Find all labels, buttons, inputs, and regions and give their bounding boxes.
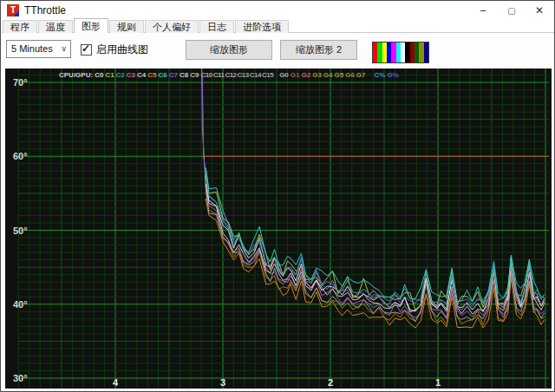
x-tick-4: 4 xyxy=(113,377,119,388)
curve-checkbox-label: 启用曲线图 xyxy=(96,42,148,57)
interval-select[interactable]: 5 Minutes ∨ xyxy=(6,40,71,58)
legend-item-C15: C15 xyxy=(262,71,273,79)
graph-area: 70°60°50°40°30°4321 CPU/GPU:C0C1C2C3C4C5… xyxy=(5,69,552,389)
color-palette xyxy=(372,42,429,63)
legend-prefix: CPU/GPU: xyxy=(59,71,93,79)
legend-item-C1: C1 xyxy=(105,71,114,79)
tab-温度[interactable]: 温度 xyxy=(38,20,73,33)
zoom-graph-button[interactable]: 缩放图形 xyxy=(186,40,272,60)
legend-item-G6: G6 xyxy=(345,71,355,79)
legend-item-C6: C6 xyxy=(159,71,167,79)
curve-G3 xyxy=(206,191,545,325)
tab-日志[interactable]: 日志 xyxy=(199,20,234,33)
check-icon: ✓ xyxy=(82,42,90,55)
legend-item-G4: G4 xyxy=(323,71,333,79)
interval-value: 5 Minutes xyxy=(11,43,53,54)
legend-item-C8: C8 xyxy=(180,71,188,79)
legend-item-C5: C5 xyxy=(147,71,156,79)
palette-swatch-11 xyxy=(424,42,428,62)
legend-item-C14: C14 xyxy=(250,71,261,79)
legend-item-C9: C9 xyxy=(190,71,199,79)
legend-item-C11: C11 xyxy=(213,71,225,79)
x-tick-2: 2 xyxy=(328,377,333,388)
legend-item-C3: C3 xyxy=(127,71,135,79)
tab-图形[interactable]: 图形 xyxy=(74,18,108,33)
legend-item-C%: C% xyxy=(375,71,386,79)
legend-item-C2: C2 xyxy=(116,71,125,79)
tab-规则[interactable]: 规则 xyxy=(109,20,144,33)
y-tick-60: 60° xyxy=(13,151,28,161)
zoom-graph-2-button[interactable]: 缩放图形 2 xyxy=(280,40,357,60)
y-tick-50: 50° xyxy=(13,225,28,236)
legend-item-C0: C0 xyxy=(95,71,103,79)
legend-item-G0: G0 xyxy=(279,71,289,79)
maximize-button[interactable]: ▢ xyxy=(498,1,526,20)
legend-item-G2: G2 xyxy=(301,71,310,79)
legend-item-G7: G7 xyxy=(356,71,366,79)
x-tick-3: 3 xyxy=(220,377,225,388)
legend-item-G5: G5 xyxy=(335,71,344,79)
close-button[interactable]: ✕ xyxy=(526,1,553,20)
window-title: TThrottle xyxy=(24,1,66,20)
legend-item-C10: C10 xyxy=(200,71,212,79)
curve-checkbox-row[interactable]: ✓ 启用曲线图 xyxy=(81,42,148,57)
curve-checkbox[interactable]: ✓ xyxy=(81,44,92,56)
y-tick-40: 40° xyxy=(13,299,28,310)
legend-item-C4: C4 xyxy=(137,71,146,79)
legend-item-C7: C7 xyxy=(169,71,178,79)
minimize-button[interactable]: – xyxy=(469,1,497,20)
tab-程序[interactable]: 程序 xyxy=(3,20,37,33)
y-tick-30: 30° xyxy=(13,373,28,383)
chart-legend: CPU/GPU:C0C1C2C3C4C5C6C7C8C9C10C11C12C13… xyxy=(59,71,401,79)
chevron-down-icon: ∨ xyxy=(61,41,67,57)
y-tick-70: 70° xyxy=(13,77,28,88)
tab-个人偏好[interactable]: 个人偏好 xyxy=(145,20,199,33)
tab-bar: 程序温度图形规则个人偏好日志进阶选项 xyxy=(3,19,290,33)
temperature-chart: 70°60°50°40°30°4321 xyxy=(5,69,552,389)
tab-进阶选项[interactable]: 进阶选项 xyxy=(235,20,289,33)
legend-item-G1: G1 xyxy=(291,71,300,79)
legend-item-C13: C13 xyxy=(238,71,249,79)
title-bar: T TThrottle – ▢ ✕ xyxy=(1,1,554,20)
app-icon: T xyxy=(7,4,19,16)
x-tick-1: 1 xyxy=(435,377,441,388)
curve-G0 xyxy=(201,69,545,322)
legend-item-C12: C12 xyxy=(225,71,236,79)
app-window: T TThrottle – ▢ ✕ 程序温度图形规则个人偏好日志进阶选项 5 M… xyxy=(0,0,555,392)
legend-item-G3: G3 xyxy=(312,71,322,79)
legend-item-G%: G% xyxy=(387,71,398,79)
